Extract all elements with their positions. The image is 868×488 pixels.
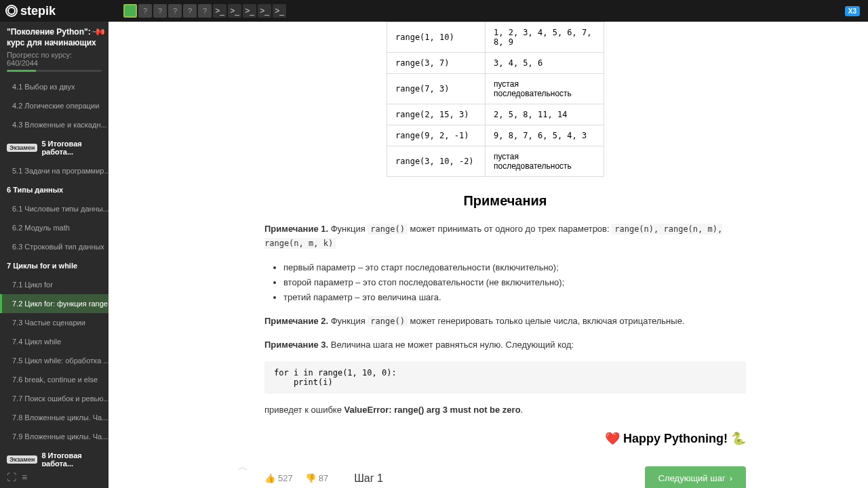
sidebar-item[interactable]: 4.1 Выбор из двух: [0, 77, 108, 96]
happy-line: ❤️ Happy Pythoning! 🐍: [264, 431, 746, 446]
sidebar-item[interactable]: 6.3 Строковый тип данных: [0, 237, 108, 256]
code-block: for i in range(1, 10, 0): print(i): [264, 361, 746, 394]
downvote-button[interactable]: 👎87: [305, 473, 328, 483]
exam-badge: Экзамен: [7, 144, 37, 152]
table-row: range(7, 3)пустая последовательность: [387, 74, 604, 104]
sidebar-item[interactable]: 7.5 Цикл while: обработка ...: [0, 351, 108, 370]
thumb-down-icon: 👎: [305, 473, 316, 483]
step-tab[interactable]: [123, 4, 137, 18]
range-table: range(1, 10)1, 2, 3, 4, 5, 6, 7, 8, 9ran…: [387, 22, 604, 177]
sidebar: 📌 "Поколение Python": курс для начинающи…: [0, 22, 108, 488]
step-tab[interactable]: ?: [153, 4, 167, 18]
user-badge[interactable]: X3: [845, 6, 860, 16]
list-item: первый параметр – это старт последовател…: [283, 260, 746, 275]
next-step-button[interactable]: Следующий шаг›: [645, 466, 746, 488]
sidebar-item[interactable]: 7.4 Цикл while: [0, 332, 108, 351]
sidebar-item[interactable]: 6.2 Модуль math: [0, 218, 108, 237]
sidebar-item[interactable]: 7.7 Поиск ошибок и ревью...: [0, 389, 108, 408]
sidebar-item[interactable]: 4.2 Логические операции: [0, 96, 108, 115]
sidebar-item[interactable]: 7.2 Цикл for: функция range: [0, 294, 108, 313]
note-3: Примечание 3. Величина шага не может рав…: [264, 338, 746, 352]
note-1: Примечание 1. Функция range() может прин…: [264, 222, 746, 251]
list-item: третий параметр – это величина шага.: [283, 290, 746, 305]
table-row: range(1, 10)1, 2, 3, 4, 5, 6, 7, 8, 9: [387, 22, 604, 53]
table-row: range(3, 10, -2)пустая последовательност…: [387, 146, 604, 177]
sidebar-item[interactable]: 5.1 Задачи на программир...: [0, 161, 108, 180]
sidebar-footer: ⛶ ≡: [0, 466, 108, 488]
sidebar-item[interactable]: 7.6 break, continue и else: [0, 370, 108, 389]
topbar: stepik ?????>_>_>_>_>_ X3: [0, 0, 868, 22]
sidebar-section[interactable]: 6 Типы данных: [0, 180, 108, 199]
progress-bar: [7, 70, 102, 72]
course-title: "Поколение Python": курс для начинающих: [7, 27, 102, 48]
list-item: второй параметр – это стоп последователь…: [283, 275, 746, 290]
sidebar-item[interactable]: 6.1 Числовые типы данны...: [0, 199, 108, 218]
brand-text: stepik: [20, 4, 56, 18]
action-bar: 👍527 👎87 Шаг 1 Следующий шаг›: [264, 466, 746, 488]
fullscreen-icon[interactable]: ⛶: [7, 472, 16, 483]
step-tab[interactable]: ?: [183, 4, 197, 18]
error-line: приведет к ошибке ValueError: range() ar…: [264, 403, 746, 418]
note-2: Примечание 2. Функция range() может гене…: [264, 314, 746, 329]
sidebar-item[interactable]: 7.9 Вложенные циклы. Ча...: [0, 427, 108, 446]
sidebar-item[interactable]: 7.1 Цикл for: [0, 275, 108, 294]
exam-badge: Экзамен: [7, 455, 37, 464]
notes-heading: Примечания: [264, 193, 746, 209]
sidebar-item[interactable]: 7.3 Частые сценарии: [0, 313, 108, 332]
scroll-top-button[interactable]: ︿: [237, 460, 248, 474]
upvote-button[interactable]: 👍527: [264, 473, 293, 483]
step-tabs: ?????>_>_>_>_>_: [123, 4, 286, 18]
chevron-right-icon: ›: [730, 473, 732, 483]
step-indicator: Шаг 1: [354, 472, 383, 485]
step-tab[interactable]: >_: [228, 4, 241, 18]
step-tab[interactable]: >_: [258, 4, 271, 18]
menu-icon[interactable]: ≡: [22, 472, 27, 483]
step-tab[interactable]: ?: [168, 4, 182, 18]
note-1-list: первый параметр – это старт последовател…: [283, 260, 746, 305]
step-tab[interactable]: >_: [213, 4, 226, 18]
progress-label: Прогресс по курсу: 640/2044: [7, 51, 102, 67]
table-row: range(2, 15, 3)2, 5, 8, 11, 14: [387, 104, 604, 125]
logo[interactable]: stepik: [5, 4, 56, 18]
logo-icon: [5, 5, 18, 17]
table-row: range(9, 2, -1)9, 8, 7, 6, 5, 4, 3: [387, 125, 604, 146]
sidebar-item[interactable]: 7.8 Вложенные циклы. Ча...: [0, 408, 108, 427]
content-area: range(1, 10)1, 2, 3, 4, 5, 6, 7, 8, 9ran…: [108, 22, 868, 488]
step-tab[interactable]: ?: [198, 4, 212, 18]
step-tab[interactable]: >_: [243, 4, 256, 18]
step-tab[interactable]: ?: [138, 4, 152, 18]
sidebar-header: 📌 "Поколение Python": курс для начинающи…: [0, 22, 108, 77]
thumb-up-icon: 👍: [264, 473, 275, 483]
sidebar-section[interactable]: Экзамен5 Итоговая работа...: [0, 134, 108, 161]
sidebar-item[interactable]: 4.3 Вложенные и каскадн...: [0, 115, 108, 134]
table-row: range(3, 7)3, 4, 5, 6: [387, 53, 604, 74]
sidebar-section[interactable]: 7 Циклы for и while: [0, 256, 108, 275]
step-tab[interactable]: >_: [273, 4, 286, 18]
